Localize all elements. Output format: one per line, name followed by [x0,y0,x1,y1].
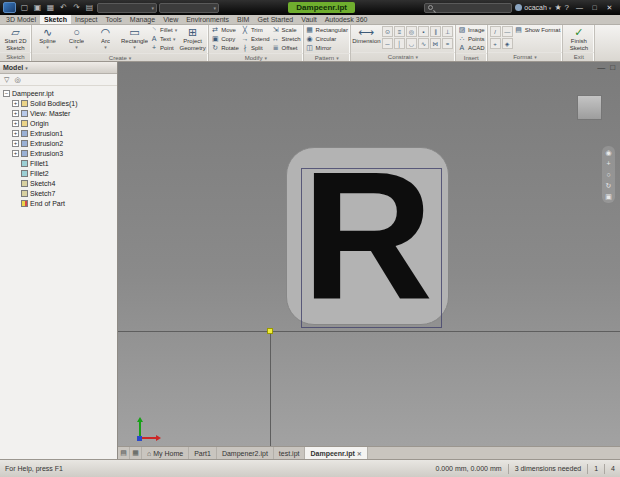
orbit-icon[interactable]: ↻ [606,181,612,190]
tree-expander[interactable]: − [3,90,10,97]
tool-image[interactable]: ▨Image [458,26,485,34]
restore-document-button[interactable]: □ [610,64,615,72]
app-icon[interactable] [3,2,16,13]
navigation-wheel-icon[interactable]: ◉ [605,148,611,157]
tab-environments[interactable]: Environments [182,15,233,24]
minimize-document-button[interactable]: — [597,64,605,72]
tab-3d-model[interactable]: 3D Model [2,15,40,24]
tool-show-format[interactable]: ▤Show Format [515,26,561,34]
pan-icon[interactable]: + [606,159,610,168]
maximize-button[interactable]: □ [587,1,602,14]
doc-tab-my-home[interactable]: ⌂My Home [142,447,189,459]
material-combo[interactable]: ▾ [97,3,157,13]
smooth-icon[interactable]: ∿ [418,38,429,49]
document-list-icon[interactable]: ▦ [130,447,142,459]
tile-documents-icon[interactable]: ▤ [118,447,130,459]
tool-extend[interactable]: →Extend [241,35,270,43]
panel-label-constrain[interactable]: Constrain▾ [351,52,455,61]
tree-expander[interactable]: + [12,150,19,157]
favorites-icon[interactable]: ★ [554,3,561,12]
tool-mirror[interactable]: ◫Mirror [306,44,348,52]
tree-expander[interactable]: + [12,130,19,137]
tab-tools[interactable]: Tools [102,15,126,24]
tool-point[interactable]: +Point [150,44,177,52]
panel-label-modify[interactable]: Modify▾ [209,53,302,61]
tangent-icon[interactable]: ◡ [406,38,417,49]
tool-fillet[interactable]: ◝Fillet▾ [150,26,177,34]
tab-vault[interactable]: Vault [297,15,320,24]
vertical-icon[interactable]: │ [394,38,405,49]
tab-inspect[interactable]: Inspect [71,15,102,24]
tool-copy[interactable]: ▣Copy [211,35,239,43]
tree-item-extrusion3[interactable]: +Extrusion3 [0,148,117,158]
tool-acad[interactable]: AACAD [458,44,485,52]
tool-arc[interactable]: ◠Arc▾ [92,26,119,49]
tab-get-started[interactable]: Get Started [253,15,297,24]
doc-tab-part1[interactable]: Part1 [189,447,217,459]
find-icon[interactable]: ◎ [14,76,20,84]
tool-rectangle[interactable]: ▭Rectangle▾ [121,26,148,49]
help-icon[interactable]: ? [565,3,569,12]
fix-icon[interactable]: ▪ [418,26,429,37]
centerline-icon[interactable]: ― [502,26,513,37]
tool-project-geometry[interactable]: ⊞Project Geometry [179,26,206,51]
tree-item-sketch4[interactable]: +Sketch4 [0,178,117,188]
tree-item-extrusion1[interactable]: +Extrusion1 [0,128,117,138]
redo-icon[interactable]: ↷ [71,2,82,13]
look-at-icon[interactable]: ▣ [605,192,612,201]
print-icon[interactable]: ▤ [84,2,95,13]
browser-header[interactable]: Model ▾ [0,62,117,74]
appearance-combo[interactable]: ▾ [159,3,219,13]
undo-icon[interactable]: ↶ [58,2,69,13]
open-icon[interactable]: ▣ [32,2,43,13]
tree-item-end-of-part[interactable]: +End of Part [0,198,117,208]
equal-icon[interactable]: = [442,38,453,49]
tree-item-extrusion2[interactable]: +Extrusion2 [0,138,117,148]
sketch-profile-rectangle[interactable] [301,168,442,328]
tab-bim[interactable]: BIM [233,15,253,24]
sketch-origin-point[interactable] [267,328,273,334]
tool-scale[interactable]: ⇲Scale [272,26,301,34]
panel-label-pattern[interactable]: Pattern▾ [304,53,350,61]
tree-item-dampeenr-ipt[interactable]: −Dampeenr.ipt [0,88,117,98]
tool-rectangular[interactable]: ▦Rectangular [306,26,348,34]
search-input[interactable] [435,5,508,11]
symmetric-icon[interactable]: ⋈ [430,38,441,49]
panel-label-sketch[interactable]: Sketch [0,52,31,61]
close-button[interactable]: ✕ [602,1,617,14]
tree-expander[interactable]: + [12,100,19,107]
tool-trim[interactable]: ╳Trim [241,26,270,34]
save-icon[interactable]: ▦ [45,2,56,13]
tool-offset[interactable]: ≣Offset [272,44,301,52]
horizontal-icon[interactable]: ─ [382,38,393,49]
coincident-icon[interactable]: ⊙ [382,26,393,37]
tree-item-fillet2[interactable]: +Fillet2 [0,168,117,178]
perpendicular-icon[interactable]: ⊥ [442,26,453,37]
canvas[interactable]: R ◉+○↻▣ —□ [118,62,620,446]
minimize-button[interactable]: — [572,1,587,14]
tab-manage[interactable]: Manage [126,15,159,24]
tree-item-fillet1[interactable]: +Fillet1 [0,158,117,168]
collinear-icon[interactable]: ≡ [394,26,405,37]
search-box[interactable] [424,3,512,13]
filter-icon[interactable]: ▽ [4,76,9,84]
doc-tab-dampener2-ipt[interactable]: Dampener2.ipt [217,447,274,459]
tree-expander[interactable]: + [12,120,19,127]
panel-label-format[interactable]: Format▾ [488,52,563,61]
tree-expander[interactable]: + [12,110,19,117]
tool-split[interactable]: ∤Split [241,44,270,52]
panel-label-exit[interactable]: Exit [563,52,594,61]
tree-expander[interactable]: + [12,140,19,147]
new-icon[interactable]: ▢ [19,2,30,13]
user-chip[interactable]: ocacah ▾ [515,4,551,11]
tool-move[interactable]: ⇄Move [211,26,239,34]
driven-dimension-icon[interactable]: ◈ [502,38,513,49]
tool-rotate[interactable]: ↻Rotate [211,44,239,52]
panel-label-create[interactable]: Create▾ [32,53,208,61]
panel-label-insert[interactable]: Insert [456,53,487,61]
doc-tab-test-ipt[interactable]: test.ipt [274,447,306,459]
tool-text[interactable]: AText▾ [150,35,177,43]
center-point-icon[interactable]: + [490,38,501,49]
tree-item-origin[interactable]: +Origin [0,118,117,128]
tool-circular[interactable]: ◉Circular [306,35,348,43]
